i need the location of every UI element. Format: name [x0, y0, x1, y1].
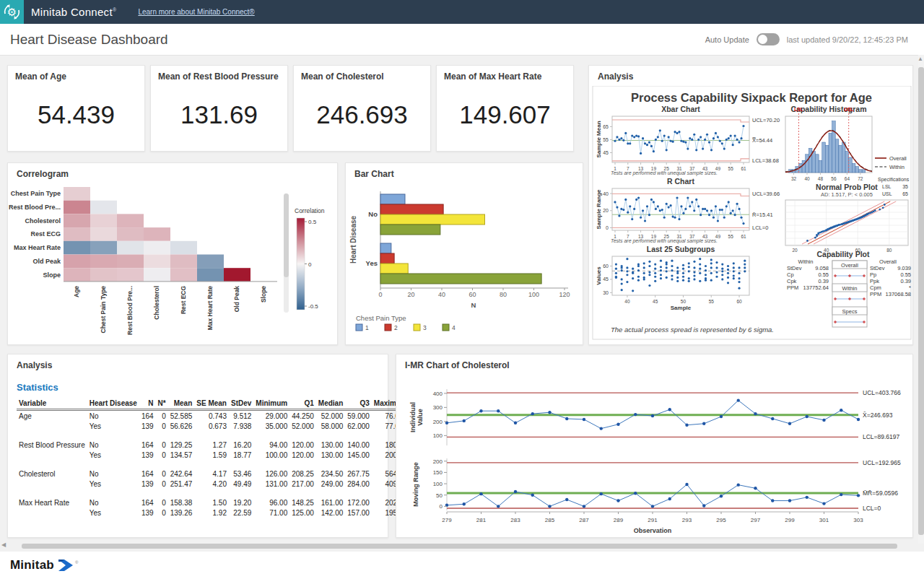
- svg-text:279: 279: [442, 517, 452, 523]
- svg-text:55: 55: [728, 166, 734, 171]
- column-header: Q3: [345, 398, 372, 410]
- svg-text:UCL=192.965: UCL=192.965: [863, 459, 901, 466]
- svg-text:Within: Within: [798, 258, 814, 265]
- svg-text:Rest ECG: Rest ECG: [30, 230, 61, 238]
- svg-text:0: 0: [440, 503, 443, 510]
- vscroll-up-arrow[interactable]: ▲: [918, 56, 923, 62]
- svg-text:303: 303: [853, 517, 863, 523]
- svg-text:40: 40: [804, 176, 810, 181]
- svg-text:0.39: 0.39: [900, 278, 911, 284]
- page-title: Heart Disease Dashboard: [10, 32, 168, 48]
- svg-text:297: 297: [751, 517, 761, 523]
- table-header-row: VariableHeart DiseaseNN*MeanSE MeanStDev…: [17, 398, 409, 410]
- svg-text:USL: USL: [844, 107, 853, 112]
- svg-text:LSL: LSL: [794, 107, 803, 112]
- svg-text:293: 293: [682, 517, 692, 523]
- svg-text:Values: Values: [596, 266, 602, 285]
- svg-text:0.55: 0.55: [900, 271, 911, 278]
- hscroll-left-arrow[interactable]: ◀: [1, 541, 6, 548]
- horizontal-scrollbar[interactable]: [22, 544, 897, 549]
- svg-text:Rest Blood Pre...: Rest Blood Pre...: [9, 204, 61, 211]
- svg-text:1: 1: [365, 324, 369, 331]
- statistics-heading[interactable]: Statistics: [17, 382, 58, 393]
- svg-text:0.55: 0.55: [818, 271, 829, 278]
- svg-text:Rest Blood Pre...: Rest Blood Pre...: [127, 286, 134, 335]
- svg-text:Overall: Overall: [841, 262, 858, 269]
- minitab-footer-logo[interactable]: Minitab: [10, 558, 54, 573]
- svg-text:65: 65: [603, 124, 609, 129]
- svg-text:100: 100: [433, 432, 443, 439]
- panel-title: Correlogram: [17, 169, 69, 179]
- svg-text:Process Capability Sixpack Rep: Process Capability Sixpack Report for Ag…: [631, 91, 872, 104]
- svg-text:Chest Pain Type: Chest Pain Type: [100, 286, 108, 334]
- svg-text:285: 285: [545, 517, 555, 523]
- svg-text:61: 61: [741, 166, 746, 171]
- svg-text:40: 40: [603, 191, 609, 196]
- correlogram-heatmap: Chest Pain TypeRest Blood Pre...Choleste…: [8, 180, 337, 349]
- dashboard-header: Heart Disease Dashboard Auto Update last…: [0, 24, 924, 56]
- registered-mark: ®: [113, 7, 116, 12]
- svg-text:9.039: 9.039: [897, 265, 911, 271]
- minitab-connect-logo[interactable]: ⚙: [0, 0, 24, 24]
- svg-text:Individual: Individual: [409, 402, 417, 432]
- svg-text:Overall: Overall: [889, 155, 907, 162]
- table-row: Yes139056.6260.6737.93835.00052.00058.00…: [17, 421, 409, 431]
- svg-text:65: 65: [902, 191, 908, 196]
- column-header: Heart Disease: [87, 398, 139, 410]
- svg-text:Max Heart Rate: Max Heart Rate: [14, 244, 61, 251]
- svg-text:60: 60: [468, 291, 476, 298]
- panel-title: Analysis: [17, 360, 52, 370]
- svg-text:50: 50: [436, 492, 443, 499]
- svg-text:287: 287: [579, 517, 589, 523]
- svg-text:Overall: Overall: [879, 258, 897, 265]
- vertical-scrollbar[interactable]: [918, 67, 924, 535]
- panel-title: I-MR Chart of Cholesterol: [405, 360, 510, 370]
- svg-text:60: 60: [736, 299, 742, 304]
- svg-text:30: 30: [603, 290, 609, 295]
- svg-text:45: 45: [603, 150, 609, 155]
- table-row: CholesterolNo1640242.644.1753.46126.0020…: [17, 469, 409, 479]
- svg-text:Correlation: Correlation: [295, 207, 325, 214]
- table-row: Rest Blood PressureNo1640129.251.2716.20…: [17, 440, 409, 450]
- svg-text:72: 72: [858, 176, 863, 181]
- top-navbar: ⚙ Minitab Connect® Learn more about Mini…: [0, 0, 924, 24]
- svg-text:9.058: 9.058: [815, 265, 829, 271]
- panel-title: Bar Chart: [354, 169, 394, 179]
- sixpack-chart: Process Capability Sixpack Report for Ag…: [589, 86, 914, 347]
- correlogram-panel: Correlogram Chest Pain TypeRest Blood Pr…: [7, 162, 338, 345]
- kpi-value: 149.607: [437, 100, 573, 129]
- kpi-value: 246.693: [294, 100, 430, 129]
- svg-text:PPM: PPM: [870, 291, 881, 297]
- svg-text:137068.58: 137068.58: [886, 291, 911, 297]
- svg-text:35: 35: [902, 184, 908, 189]
- svg-text:⚙: ⚙: [7, 6, 17, 18]
- svg-text:0.5: 0.5: [308, 219, 317, 225]
- svg-text:Slope: Slope: [261, 286, 268, 302]
- page-footer: Minitab ®: [0, 552, 924, 579]
- table-row: AgeNo164052.5850.7439.51229.00044.25052.…: [17, 410, 409, 422]
- column-header: SE Mean: [194, 398, 229, 410]
- svg-text:40: 40: [438, 291, 445, 298]
- auto-update-label: Auto Update: [705, 35, 749, 44]
- svg-text:301: 301: [819, 517, 829, 523]
- svg-text:Sample Range: Sample Range: [596, 189, 602, 230]
- svg-text:AD: 1.517, P: < 0.005: AD: 1.517, P: < 0.005: [821, 191, 873, 198]
- stats-table: VariableHeart DiseaseNN*MeanSE MeanStDev…: [17, 398, 409, 518]
- svg-text:The actual process spread is r: The actual process spread is represented…: [611, 326, 774, 334]
- table-row: Yes1390251.474.2049.49131.00217.00249.00…: [17, 479, 409, 489]
- learn-more-link[interactable]: Learn more about Minitab Connect®: [138, 8, 254, 16]
- svg-text:PPM: PPM: [787, 284, 798, 291]
- analysis-sixpack-panel: Analysis Process Capability Sixpack Repo…: [588, 65, 913, 345]
- svg-text:Old Peak: Old Peak: [234, 286, 241, 313]
- svg-text:20: 20: [603, 208, 609, 213]
- svg-text:Ppk: Ppk: [870, 278, 879, 284]
- svg-text:Slope: Slope: [43, 271, 61, 279]
- svg-text:UCL=403.766: UCL=403.766: [863, 389, 901, 396]
- svg-text:Sample: Sample: [671, 305, 692, 311]
- svg-text:Old Peak: Old Peak: [32, 258, 61, 265]
- svg-text:55: 55: [603, 137, 609, 142]
- svg-text:Cpk: Cpk: [787, 278, 797, 284]
- svg-text:50: 50: [681, 299, 687, 304]
- svg-text:400: 400: [433, 391, 443, 397]
- auto-update-toggle[interactable]: [757, 33, 780, 45]
